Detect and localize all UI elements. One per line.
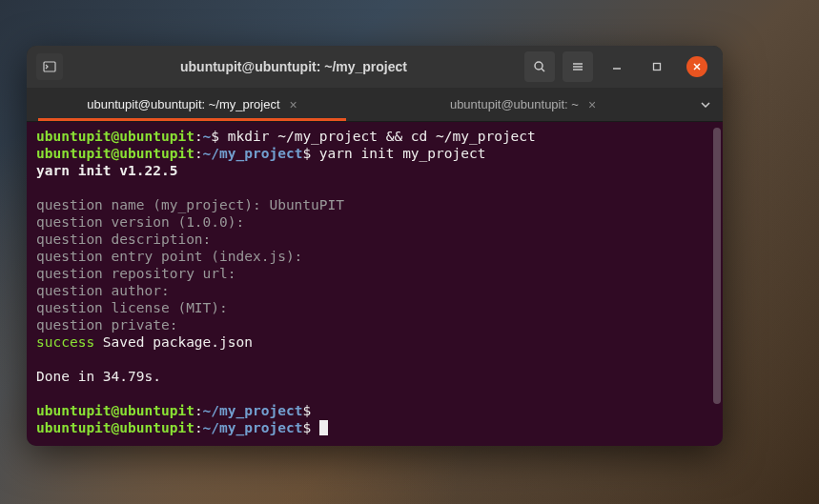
tab-home[interactable]: ubuntupit@ubuntupit: ~ × [358, 88, 688, 121]
close-button[interactable] [686, 56, 707, 77]
terminal-viewport[interactable]: ubuntupit@ubuntupit:~$ mkdir ~/my_projec… [27, 122, 723, 446]
prompt-symbol: $ [211, 129, 219, 144]
terminal-window: ubuntupit@ubuntupit: ~/my_project [27, 46, 723, 446]
question-line: question repository url: [36, 266, 236, 281]
search-icon [533, 60, 546, 73]
chevron-down-icon [701, 102, 710, 108]
command-text: yarn init my_project [311, 146, 485, 161]
tab-label: ubuntupit@ubuntupit: ~/my_project [87, 97, 279, 111]
svg-rect-0 [44, 62, 55, 71]
minimize-icon [612, 62, 622, 71]
minimize-button[interactable] [606, 56, 627, 77]
prompt-sep: : [195, 420, 203, 435]
prompt-symbol: $ [302, 420, 311, 435]
prompt-path: ~/my_project [203, 403, 303, 418]
prompt-symbol: $ [302, 403, 311, 418]
titlebar: ubuntupit@ubuntupit: ~/my_project [27, 46, 723, 88]
prompt-user: ubuntupit@ubuntupit [36, 146, 195, 161]
close-icon [692, 62, 702, 71]
prompt-sep: : [195, 403, 203, 418]
question-line: question entry point (index.js): [36, 249, 302, 264]
svg-line-2 [542, 69, 544, 71]
prompt-user: ubuntupit@ubuntupit [36, 403, 195, 418]
prompt-path: ~/my_project [203, 420, 303, 435]
new-tab-button[interactable] [36, 53, 63, 80]
question-line: question version (1.0.0): [36, 214, 244, 230]
prompt-user: ubuntupit@ubuntupit [36, 420, 195, 435]
question-line: question license (MIT): [36, 300, 228, 315]
menu-button[interactable] [563, 51, 593, 82]
svg-point-1 [535, 62, 543, 70]
terminal-icon [42, 59, 57, 74]
tab-bar: ubuntupit@ubuntupit: ~/my_project × ubun… [27, 88, 723, 122]
maximize-button[interactable] [646, 56, 667, 77]
prompt-symbol: $ [302, 146, 311, 161]
prompt-sep: : [195, 146, 203, 161]
maximize-icon [652, 62, 662, 71]
yarn-init-line: yarn init v1.22.5 [36, 163, 177, 178]
svg-rect-7 [654, 64, 661, 71]
hamburger-icon [571, 60, 584, 73]
command-text: mkdir ~/my_project && cd ~/my_project [219, 129, 536, 144]
window-title: ubuntupit@ubuntupit: ~/my_project [71, 59, 517, 74]
tab-close-icon[interactable]: × [290, 97, 297, 112]
scrollbar[interactable] [713, 128, 721, 404]
cursor [319, 420, 328, 435]
search-button[interactable] [524, 51, 555, 82]
success-message: Saved package.json [94, 334, 253, 350]
tabs-dropdown-button[interactable] [688, 88, 723, 121]
tab-my-project[interactable]: ubuntupit@ubuntupit: ~/my_project × [27, 88, 358, 121]
question-line: question name (my_project): UbuntuPIT [36, 197, 344, 212]
question-line: question author: [36, 283, 170, 298]
prompt-sep: : [195, 129, 203, 144]
question-line: question private: [36, 317, 177, 333]
prompt-path: ~/my_project [203, 146, 303, 161]
prompt-user: ubuntupit@ubuntupit [36, 129, 195, 144]
done-line: Done in 34.79s. [36, 369, 161, 384]
tab-close-icon[interactable]: × [588, 97, 596, 112]
tab-label: ubuntupit@ubuntupit: ~ [450, 97, 579, 111]
question-line: question description: [36, 232, 211, 247]
success-keyword: success [36, 334, 94, 350]
